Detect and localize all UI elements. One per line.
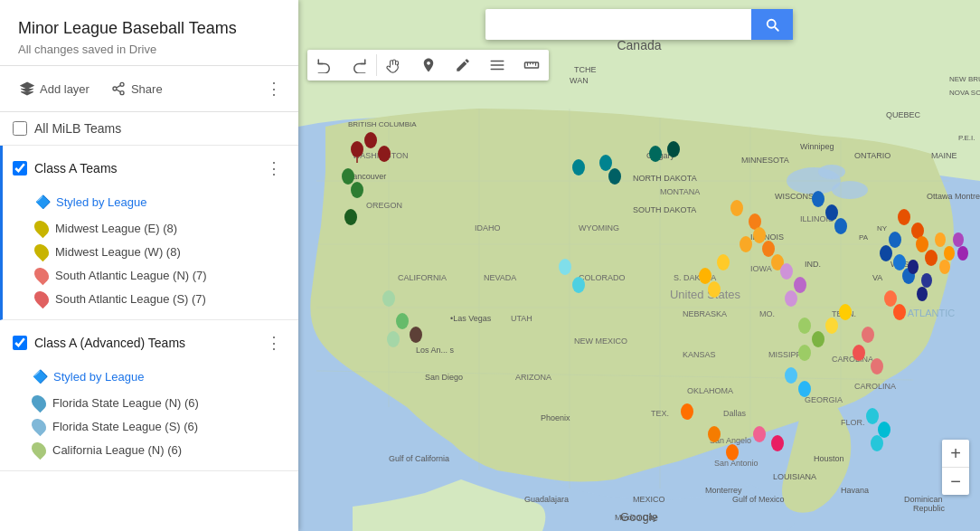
svg-text:VA: VA [872,273,882,282]
redo-button[interactable] [342,50,376,81]
class-a-checkbox[interactable] [13,161,27,175]
pan-icon [386,57,402,73]
map-area[interactable]: ATLANTIC WASHINGTON OREGON CALIFORNIA ID… [298,0,980,531]
class-a-name: Class A Teams [34,161,255,175]
share-button[interactable]: Share [102,76,172,101]
svg-text:NEW BRUNSWICK: NEW BRUNSWICK [949,75,980,83]
all-milb-checkbox[interactable] [13,121,27,136]
svg-text:MAINE: MAINE [931,151,957,160]
redo-icon [351,57,367,73]
class-a-adv-header: Class A (Advanced) Teams ⋮ [0,320,298,365]
svg-text:Winnipeg: Winnipeg [800,142,834,151]
marker-icon [420,57,437,73]
sidebar-header: Minor League Baseball Teams All changes … [0,0,298,66]
svg-text:•Las Vegas: •Las Vegas [450,314,492,323]
sa-n-pin [32,265,52,286]
svg-text:WASH.: WASH. [890,260,917,269]
midwest-league-w: Midwest League (W) (8) [35,240,286,263]
svg-text:Ottawa Montreal: Ottawa Montreal [927,192,980,201]
class-a-more-button[interactable]: ⋮ [262,156,286,180]
svg-text:BRITISH COLUMBIA: BRITISH COLUMBIA [348,120,417,128]
undo-button[interactable] [307,50,342,81]
midwest-e-pin [32,218,52,239]
florida-state-n: Florida State League (N) (6) [33,391,286,414]
svg-text:NOVA SCOTIA: NOVA SCOTIA [949,89,980,97]
svg-text:CALIFORNIA: CALIFORNIA [398,273,447,282]
svg-text:TENN.: TENN. [832,309,856,318]
svg-text:Monterrey: Monterrey [705,486,742,495]
draw-button[interactable] [446,50,480,81]
svg-text:FLOR.: FLOR. [841,418,865,427]
class-a-styled-by[interactable]: 🔷 Styled by League [35,191,286,216]
zoom-controls: + − [942,440,969,495]
all-milb-row: All MiLB Teams [0,112,298,146]
svg-text:MISSIPPI: MISSIPPI [768,350,804,359]
florida-state-s: Florida State League (S) (6) [33,414,286,438]
zoom-out-button[interactable]: − [942,468,969,495]
svg-text:San Antonio: San Antonio [714,459,759,468]
marker-button[interactable] [411,50,446,81]
fl-n-pin [29,393,50,413]
fl-s-pin [29,416,50,437]
class-a-adv-more-button[interactable]: ⋮ [262,331,286,355]
google-wordmark: Google [620,510,658,524]
undo-icon [316,57,333,73]
svg-text:San Diego: San Diego [425,373,463,382]
svg-text:NEW MEXICO: NEW MEXICO [574,337,627,346]
class-a-adv-layer: Class A (Advanced) Teams ⋮ 🔷 Styled by L… [0,320,298,471]
svg-text:IOWA: IOWA [750,264,772,273]
svg-text:Los An... s: Los An... s [416,346,455,355]
google-label: Google [620,510,658,524]
svg-text:WAN: WAN [570,76,589,85]
class-a-adv-sublayer: 🔷 Styled by League Florida State League … [0,365,298,470]
svg-text:ATLANTIC: ATLANTIC [908,308,955,318]
svg-text:SOUTH DAKOTA: SOUTH DAKOTA [633,205,696,214]
measure-button[interactable] [514,50,549,81]
svg-text:UTAH: UTAH [511,314,532,323]
svg-text:WISCONSIN: WISCONSIN [775,192,822,201]
svg-text:Dominican: Dominican [904,495,943,504]
all-milb-label: All MiLB Teams [34,121,121,136]
route-button[interactable] [480,50,514,81]
pan-button[interactable] [377,50,411,81]
svg-text:MONTANA: MONTANA [660,187,700,196]
sidebar-more-button[interactable]: ⋮ [260,75,287,102]
south-atlantic-s: South Atlantic League (S) (7) [35,287,286,310]
svg-text:Vancouver: Vancouver [348,172,386,181]
svg-text:COLORADO: COLORADO [579,273,626,282]
share-icon [111,81,126,96]
svg-text:GEORGIA: GEORGIA [805,395,843,404]
zoom-in-button[interactable]: + [942,440,969,467]
sidebar-title: Minor League Baseball Teams [18,18,280,39]
class-a-layer: Class A Teams ⋮ 🔷 Styled by League Midwe… [0,146,298,320]
svg-text:Guadalajara: Guadalajara [524,495,569,504]
svg-text:PA: PA [859,233,869,242]
cal-n-pin [29,440,50,460]
svg-text:ILLINOIS: ILLINOIS [800,214,834,223]
sidebar-actions: Add layer Share ⋮ [0,66,298,112]
class-a-sublayer: 🔷 Styled by League Midwest League (E) (8… [3,191,298,319]
map-search-input[interactable] [485,10,751,40]
class-a-adv-styled-by[interactable]: 🔷 Styled by League [33,365,286,391]
svg-text:Houston: Houston [814,454,844,463]
svg-text:MO.: MO. [759,309,775,318]
svg-text:United States: United States [670,288,741,301]
svg-text:Republic: Republic [913,504,946,513]
svg-text:NEBRASKA: NEBRASKA [683,309,727,318]
svg-text:OKLAHOMA: OKLAHOMA [687,386,733,395]
map-search-button[interactable] [751,9,793,40]
search-icon [764,16,780,33]
svg-text:San Angelo: San Angelo [710,436,751,445]
svg-text:KANSAS: KANSAS [683,350,716,359]
south-atlantic-n: South Atlantic League (N) (7) [35,263,286,287]
svg-text:CAROLINA: CAROLINA [832,355,873,364]
svg-text:LOUISIANA: LOUISIANA [773,472,816,481]
class-a-adv-checkbox[interactable] [13,336,27,350]
map-search-bar [485,9,793,40]
add-layer-button[interactable]: Add layer [11,76,99,101]
map-toolbar [307,50,549,81]
svg-point-2 [832,181,868,199]
svg-text:P.E.I.: P.E.I. [958,134,975,142]
svg-text:MEXICO: MEXICO [633,495,665,504]
sidebar: Minor League Baseball Teams All changes … [0,0,298,531]
